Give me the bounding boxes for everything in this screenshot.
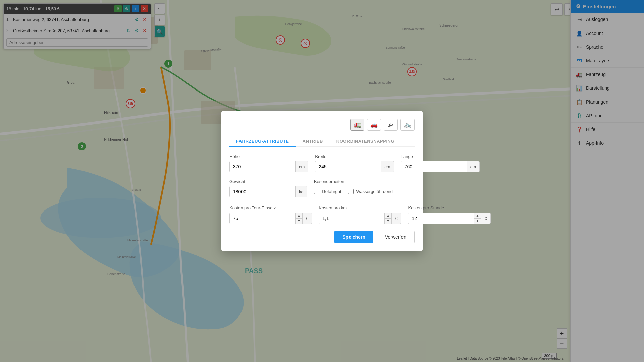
breite-unit: cm bbox=[381, 161, 393, 172]
kosten-tour-input[interactable] bbox=[230, 213, 295, 224]
tab-antrieb[interactable]: ANTRIEB bbox=[296, 136, 330, 147]
form-group-kosten-tour: Kosten pro Tour-Einsatz ▲ ▼ € bbox=[229, 205, 312, 224]
laenge-label: Länge bbox=[401, 154, 480, 159]
vehicle-btn-motorcycle[interactable]: 🏍 bbox=[384, 119, 398, 131]
kosten-tour-unit: € bbox=[302, 213, 312, 224]
kosten-km-label: Kosten pro km bbox=[319, 205, 401, 210]
kosten-stunde-up[interactable]: ▲ bbox=[474, 213, 481, 219]
gewicht-unit: kg bbox=[295, 186, 307, 197]
kosten-tour-label: Kosten pro Tour-Einsatz bbox=[229, 205, 312, 210]
form-row-kosten: Kosten pro Tour-Einsatz ▲ ▼ € Kosten pro… bbox=[229, 205, 415, 224]
vehicle-btn-bicycle[interactable]: 🚲 bbox=[400, 119, 415, 131]
kosten-km-up[interactable]: ▲ bbox=[385, 213, 391, 219]
laenge-input[interactable] bbox=[401, 161, 467, 172]
kosten-tour-down[interactable]: ▼ bbox=[296, 219, 302, 224]
gewicht-input[interactable] bbox=[230, 186, 295, 197]
besonderheiten-label: Besonderheiten bbox=[314, 179, 415, 184]
hoehe-input-wrapper: cm bbox=[229, 161, 308, 172]
breite-label: Breite bbox=[315, 154, 394, 159]
kosten-km-input-wrapper: ▲ ▼ € bbox=[319, 213, 401, 224]
gefahrgut-checkbox-label[interactable]: Gefahrgut bbox=[314, 189, 341, 194]
modal-tabs: FAHRZEUG-ATTRIBUTE ANTRIEB KOORDINATENSN… bbox=[229, 136, 415, 147]
save-button[interactable]: Speichern bbox=[334, 231, 373, 243]
form-group-gewicht: Gewicht kg bbox=[229, 179, 307, 199]
kosten-stunde-unit: € bbox=[481, 213, 490, 224]
kosten-stunde-input[interactable] bbox=[408, 213, 474, 224]
kosten-stunde-label: Kosten pro Stunde bbox=[408, 205, 490, 210]
modal-dialog: 🚛 🚗 🏍 🚲 FAHRZEUG-ATTRIBUTE ANTRIEB KOORD… bbox=[221, 111, 423, 251]
form-group-breite: Breite cm bbox=[315, 154, 394, 172]
breite-input-wrapper: cm bbox=[315, 161, 394, 172]
vehicle-btn-truck[interactable]: 🚛 bbox=[350, 119, 364, 131]
modal-overlay[interactable]: 🚛 🚗 🏍 🚲 FAHRZEUG-ATTRIBUTE ANTRIEB KOORD… bbox=[0, 0, 644, 362]
kosten-tour-spinners: ▲ ▼ bbox=[295, 213, 302, 224]
breite-input[interactable] bbox=[315, 161, 381, 172]
vehicle-type-row: 🚛 🚗 🏍 🚲 bbox=[229, 119, 415, 131]
kosten-km-input[interactable] bbox=[319, 213, 384, 224]
kosten-stunde-input-wrapper: ▲ ▼ € bbox=[408, 213, 490, 224]
laenge-input-wrapper: cm bbox=[401, 161, 480, 172]
hoehe-label: Höhe bbox=[229, 154, 308, 159]
wassergefahrdend-checkbox-label[interactable]: Wassergefährdend bbox=[348, 189, 393, 194]
kosten-tour-input-wrapper: ▲ ▼ € bbox=[229, 213, 312, 224]
tab-koordinatensnapping[interactable]: KOORDINATENSNAPPING bbox=[330, 136, 401, 147]
form-row-gewicht: Gewicht kg Besonderheiten Gefahrgut Wass… bbox=[229, 179, 415, 199]
kosten-km-down[interactable]: ▼ bbox=[385, 219, 391, 224]
kosten-km-spinners: ▲ ▼ bbox=[384, 213, 391, 224]
form-group-kosten-km: Kosten pro km ▲ ▼ € bbox=[319, 205, 401, 224]
hoehe-input[interactable] bbox=[230, 161, 295, 172]
kosten-stunde-spinners: ▲ ▼ bbox=[474, 213, 481, 224]
form-group-laenge: Länge cm bbox=[401, 154, 480, 172]
kosten-tour-up[interactable]: ▲ bbox=[296, 213, 302, 219]
besonderheiten-checkboxes: Gefahrgut Wassergefährdend bbox=[314, 186, 415, 199]
form-group-hoehe: Höhe cm bbox=[229, 154, 308, 172]
gewicht-label: Gewicht bbox=[229, 179, 307, 184]
kosten-stunde-down[interactable]: ▼ bbox=[474, 219, 481, 224]
wassergefahrdend-label: Wassergefährdend bbox=[356, 189, 393, 194]
vehicle-btn-car[interactable]: 🚗 bbox=[367, 119, 381, 131]
form-group-besonderheiten: Besonderheiten Gefahrgut Wassergefährden… bbox=[314, 179, 415, 199]
wassergefahrdend-checkbox[interactable] bbox=[348, 189, 354, 194]
form-row-dimensions: Höhe cm Breite cm Länge cm bbox=[229, 154, 415, 172]
gewicht-input-wrapper: kg bbox=[229, 186, 307, 197]
hoehe-unit: cm bbox=[295, 161, 308, 172]
discard-button[interactable]: Verwerfen bbox=[377, 231, 415, 243]
gefahrgut-checkbox[interactable] bbox=[314, 189, 319, 194]
form-group-kosten-stunde: Kosten pro Stunde ▲ ▼ € bbox=[408, 205, 490, 224]
tab-fahrzeug-attribute[interactable]: FAHRZEUG-ATTRIBUTE bbox=[229, 136, 296, 147]
modal-footer: Speichern Verwerfen bbox=[229, 231, 415, 243]
laenge-unit: cm bbox=[467, 161, 479, 172]
kosten-km-unit: € bbox=[391, 213, 401, 224]
gefahrgut-label: Gefahrgut bbox=[322, 189, 341, 194]
